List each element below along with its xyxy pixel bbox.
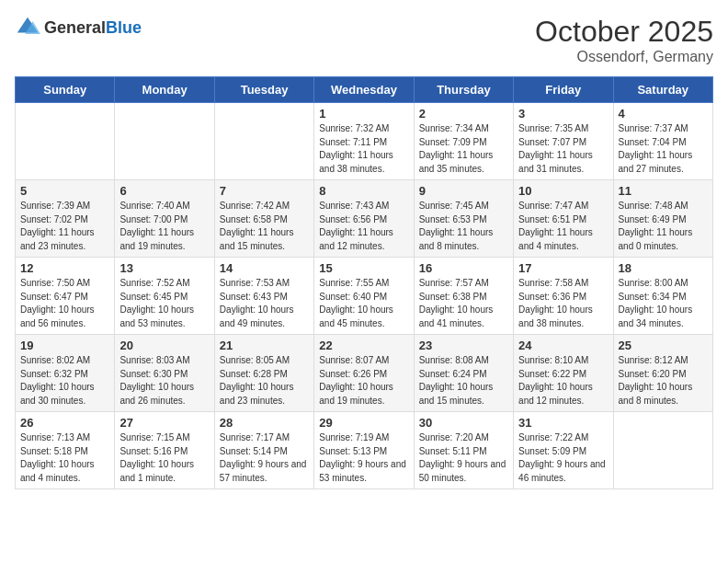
calendar-cell	[214, 103, 313, 180]
day-info: Sunrise: 8:05 AM Sunset: 6:28 PM Dayligh…	[220, 354, 309, 408]
day-info: Sunrise: 7:19 AM Sunset: 5:13 PM Dayligh…	[319, 431, 408, 485]
day-info: Sunrise: 8:03 AM Sunset: 6:30 PM Dayligh…	[119, 354, 209, 408]
calendar-cell: 28Sunrise: 7:17 AM Sunset: 5:14 PM Dayli…	[214, 412, 313, 489]
calendar-week-row: 1Sunrise: 7:32 AM Sunset: 7:11 PM Daylig…	[16, 103, 713, 180]
day-info: Sunrise: 7:52 AM Sunset: 6:45 PM Dayligh…	[119, 277, 209, 330]
calendar-header-row: SundayMondayTuesdayWednesdayThursdayFrid…	[16, 77, 713, 103]
calendar-cell: 5Sunrise: 7:39 AM Sunset: 7:02 PM Daylig…	[16, 180, 115, 258]
logo-text-blue: Blue	[106, 18, 142, 37]
calendar-cell: 4Sunrise: 7:37 AM Sunset: 7:04 PM Daylig…	[613, 103, 712, 180]
calendar-cell: 15Sunrise: 7:55 AM Sunset: 6:40 PM Dayli…	[314, 258, 414, 335]
calendar-cell: 6Sunrise: 7:40 AM Sunset: 7:00 PM Daylig…	[115, 180, 214, 258]
calendar-table: SundayMondayTuesdayWednesdayThursdayFrid…	[15, 76, 713, 489]
day-number: 5	[20, 184, 109, 198]
day-info: Sunrise: 8:07 AM Sunset: 6:26 PM Dayligh…	[319, 354, 408, 408]
day-number: 28	[220, 416, 309, 430]
day-number: 11	[619, 184, 708, 198]
day-number: 2	[419, 107, 508, 121]
calendar-cell: 13Sunrise: 7:52 AM Sunset: 6:45 PM Dayli…	[115, 258, 214, 335]
calendar-cell	[115, 103, 214, 180]
logo-icon	[15, 15, 40, 40]
day-info: Sunrise: 7:32 AM Sunset: 7:11 PM Dayligh…	[319, 122, 408, 176]
day-number: 23	[419, 339, 508, 352]
day-number: 22	[319, 339, 408, 352]
day-info: Sunrise: 7:35 AM Sunset: 7:07 PM Dayligh…	[518, 122, 608, 176]
day-number: 10	[518, 184, 608, 198]
day-info: Sunrise: 8:10 AM Sunset: 6:22 PM Dayligh…	[518, 354, 608, 408]
calendar-cell: 23Sunrise: 8:08 AM Sunset: 6:24 PM Dayli…	[414, 335, 513, 412]
calendar-cell: 3Sunrise: 7:35 AM Sunset: 7:07 PM Daylig…	[514, 103, 613, 180]
day-info: Sunrise: 8:08 AM Sunset: 6:24 PM Dayligh…	[419, 354, 508, 408]
calendar-cell: 18Sunrise: 8:00 AM Sunset: 6:34 PM Dayli…	[613, 258, 712, 335]
day-number: 21	[220, 339, 309, 352]
day-info: Sunrise: 7:53 AM Sunset: 6:43 PM Dayligh…	[220, 277, 309, 330]
calendar-cell: 7Sunrise: 7:42 AM Sunset: 6:58 PM Daylig…	[214, 180, 313, 258]
calendar-cell: 21Sunrise: 8:05 AM Sunset: 6:28 PM Dayli…	[214, 335, 313, 412]
day-number: 3	[518, 107, 608, 121]
calendar-cell: 11Sunrise: 7:48 AM Sunset: 6:49 PM Dayli…	[613, 180, 712, 258]
day-info: Sunrise: 7:47 AM Sunset: 6:51 PM Dayligh…	[518, 200, 608, 253]
day-info: Sunrise: 7:34 AM Sunset: 7:09 PM Dayligh…	[419, 122, 508, 176]
day-number: 19	[20, 339, 109, 352]
day-info: Sunrise: 7:40 AM Sunset: 7:00 PM Dayligh…	[119, 200, 209, 253]
day-number: 9	[419, 184, 508, 198]
calendar-cell	[613, 412, 712, 489]
day-info: Sunrise: 7:22 AM Sunset: 5:09 PM Dayligh…	[518, 431, 608, 485]
calendar-cell: 30Sunrise: 7:20 AM Sunset: 5:11 PM Dayli…	[414, 412, 513, 489]
day-number: 25	[619, 339, 708, 352]
day-info: Sunrise: 7:37 AM Sunset: 7:04 PM Dayligh…	[619, 122, 708, 176]
day-number: 31	[518, 416, 608, 430]
calendar-week-row: 19Sunrise: 8:02 AM Sunset: 6:32 PM Dayli…	[16, 335, 713, 412]
day-info: Sunrise: 7:17 AM Sunset: 5:14 PM Dayligh…	[220, 431, 309, 485]
calendar-title: October 2025	[535, 15, 713, 49]
calendar-cell: 29Sunrise: 7:19 AM Sunset: 5:13 PM Dayli…	[314, 412, 414, 489]
weekday-header: Monday	[115, 77, 214, 103]
day-info: Sunrise: 7:50 AM Sunset: 6:47 PM Dayligh…	[20, 277, 109, 330]
calendar-cell: 8Sunrise: 7:43 AM Sunset: 6:56 PM Daylig…	[314, 180, 414, 258]
logo-text-general: General	[44, 18, 106, 37]
day-number: 27	[119, 416, 209, 430]
calendar-cell: 10Sunrise: 7:47 AM Sunset: 6:51 PM Dayli…	[514, 180, 613, 258]
day-number: 14	[220, 261, 309, 275]
calendar-cell: 17Sunrise: 7:58 AM Sunset: 6:36 PM Dayli…	[514, 258, 613, 335]
day-number: 13	[119, 261, 209, 275]
day-info: Sunrise: 7:58 AM Sunset: 6:36 PM Dayligh…	[518, 277, 608, 330]
weekday-header: Saturday	[613, 77, 712, 103]
day-number: 17	[518, 261, 608, 275]
calendar-cell: 27Sunrise: 7:15 AM Sunset: 5:16 PM Dayli…	[115, 412, 214, 489]
day-number: 7	[220, 184, 309, 198]
day-number: 24	[518, 339, 608, 352]
title-block: October 2025 Ossendorf, Germany	[535, 15, 713, 65]
weekday-header: Thursday	[414, 77, 513, 103]
calendar-cell: 16Sunrise: 7:57 AM Sunset: 6:38 PM Dayli…	[414, 258, 513, 335]
day-number: 12	[20, 261, 109, 275]
day-number: 16	[419, 261, 508, 275]
calendar-cell: 14Sunrise: 7:53 AM Sunset: 6:43 PM Dayli…	[214, 258, 313, 335]
logo: GeneralBlue	[15, 15, 142, 40]
calendar-subtitle: Ossendorf, Germany	[535, 49, 713, 65]
calendar-cell: 26Sunrise: 7:13 AM Sunset: 5:18 PM Dayli…	[16, 412, 115, 489]
day-info: Sunrise: 7:39 AM Sunset: 7:02 PM Dayligh…	[20, 200, 109, 253]
day-number: 29	[319, 416, 408, 430]
day-number: 1	[319, 107, 408, 121]
calendar-cell	[16, 103, 115, 180]
weekday-header: Tuesday	[214, 77, 313, 103]
day-info: Sunrise: 7:45 AM Sunset: 6:53 PM Dayligh…	[419, 200, 508, 253]
day-info: Sunrise: 7:42 AM Sunset: 6:58 PM Dayligh…	[220, 200, 309, 253]
calendar-cell: 20Sunrise: 8:03 AM Sunset: 6:30 PM Dayli…	[115, 335, 214, 412]
day-number: 30	[419, 416, 508, 430]
day-number: 18	[619, 261, 708, 275]
day-number: 8	[319, 184, 408, 198]
day-info: Sunrise: 7:20 AM Sunset: 5:11 PM Dayligh…	[419, 431, 508, 485]
calendar-cell: 25Sunrise: 8:12 AM Sunset: 6:20 PM Dayli…	[613, 335, 712, 412]
day-info: Sunrise: 7:15 AM Sunset: 5:16 PM Dayligh…	[119, 431, 209, 485]
calendar-cell: 12Sunrise: 7:50 AM Sunset: 6:47 PM Dayli…	[16, 258, 115, 335]
calendar-cell: 31Sunrise: 7:22 AM Sunset: 5:09 PM Dayli…	[514, 412, 613, 489]
day-info: Sunrise: 7:48 AM Sunset: 6:49 PM Dayligh…	[619, 200, 708, 253]
day-info: Sunrise: 8:00 AM Sunset: 6:34 PM Dayligh…	[619, 277, 708, 330]
page-header: GeneralBlue October 2025 Ossendorf, Germ…	[15, 15, 713, 65]
weekday-header: Sunday	[16, 77, 115, 103]
weekday-header: Wednesday	[314, 77, 414, 103]
calendar-week-row: 26Sunrise: 7:13 AM Sunset: 5:18 PM Dayli…	[16, 412, 713, 489]
calendar-cell: 9Sunrise: 7:45 AM Sunset: 6:53 PM Daylig…	[414, 180, 513, 258]
